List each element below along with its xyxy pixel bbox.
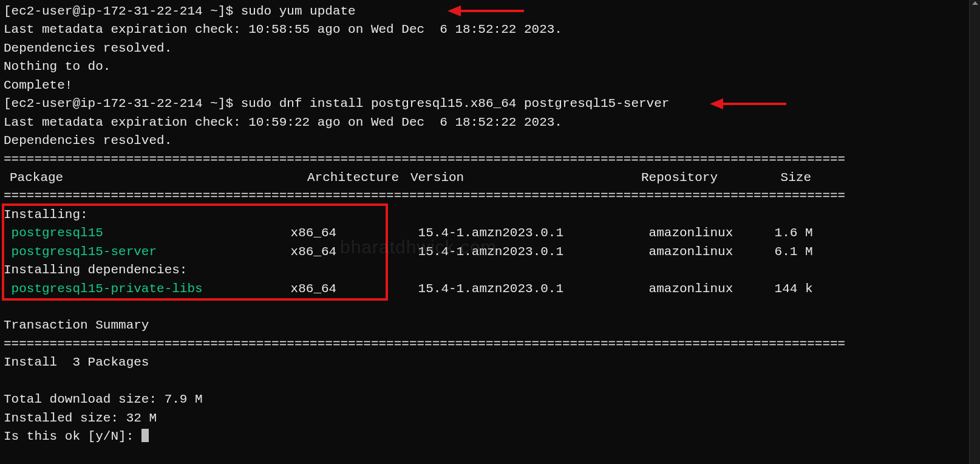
package-version: 15.4-1.amzn2023.0.1	[418, 280, 649, 298]
separator-line: ========================================…	[4, 187, 976, 205]
prompt-line-2: [ec2-user@ip-172-31-22-214 ~]$ sudo dnf …	[4, 95, 976, 113]
command-text: sudo dnf install postgresql15.x86_64 pos…	[241, 97, 670, 111]
table-row: postgresql15-private-libsx86_6415.4-1.am…	[4, 280, 976, 298]
command-text: sudo yum update	[241, 4, 356, 18]
cursor-icon	[141, 429, 149, 442]
package-version: 15.4-1.amzn2023.0.1	[418, 224, 649, 242]
output-line: Last metadata expiration check: 10:58:55…	[4, 21, 976, 39]
prompt-line-1: [ec2-user@ip-172-31-22-214 ~]$ sudo yum …	[4, 2, 976, 21]
total-download: Total download size: 7.9 M	[4, 391, 976, 409]
col-header-arch: Architecture	[307, 169, 410, 187]
col-header-size: Size	[763, 169, 811, 187]
installed-size: Installed size: 32 M	[4, 409, 976, 428]
output-line: Dependencies resolved.	[4, 39, 976, 58]
blank-line	[4, 372, 976, 391]
install-count: Install 3 Packages	[4, 353, 976, 372]
confirm-text: Is this ok [y/N]:	[4, 429, 141, 443]
confirm-prompt[interactable]: Is this ok [y/N]:	[4, 428, 976, 446]
scroll-up-icon[interactable]	[972, 1, 978, 5]
col-header-repo: Repository	[641, 169, 763, 187]
table-row: postgresql15-serverx86_6415.4-1.amzn2023…	[4, 243, 976, 261]
shell-prompt: [ec2-user@ip-172-31-22-214 ~]$	[4, 97, 241, 111]
output-line: Dependencies resolved.	[4, 132, 976, 150]
package-size: 144 k	[764, 280, 813, 298]
section-installing: Installing:	[4, 206, 976, 224]
package-name: postgresql15-server	[12, 243, 291, 261]
terminal-output[interactable]: [ec2-user@ip-172-31-22-214 ~]$ sudo yum …	[4, 2, 976, 446]
col-header-version: Version	[410, 169, 641, 187]
package-size: 6.1 M	[764, 243, 813, 261]
package-arch: x86_64	[291, 224, 418, 242]
section-installing-deps: Installing dependencies:	[4, 261, 976, 279]
package-arch: x86_64	[291, 243, 418, 261]
col-header-package: Package	[4, 169, 307, 187]
separator-line: ========================================…	[4, 335, 976, 353]
table-header-row: PackageArchitectureVersionRepositorySize	[4, 169, 976, 187]
output-line: Last metadata expiration check: 10:59:22…	[4, 114, 976, 132]
package-repo: amazonlinux	[649, 243, 764, 261]
package-repo: amazonlinux	[649, 224, 764, 242]
package-version: 15.4-1.amzn2023.0.1	[418, 243, 649, 261]
package-size: 1.6 M	[764, 224, 813, 242]
vertical-scrollbar[interactable]	[969, 0, 980, 464]
output-line: Nothing to do.	[4, 58, 976, 76]
package-name: postgresql15-private-libs	[12, 280, 291, 298]
shell-prompt: [ec2-user@ip-172-31-22-214 ~]$	[4, 4, 241, 18]
package-repo: amazonlinux	[649, 280, 764, 298]
blank-line	[4, 298, 976, 316]
package-arch: x86_64	[291, 280, 418, 298]
separator-line: ========================================…	[4, 151, 976, 169]
table-row: postgresql15x86_6415.4-1.amzn2023.0.1ama…	[4, 224, 976, 242]
output-line: Complete!	[4, 77, 976, 95]
tx-summary-header: Transaction Summary	[4, 316, 976, 335]
package-name: postgresql15	[12, 224, 291, 242]
